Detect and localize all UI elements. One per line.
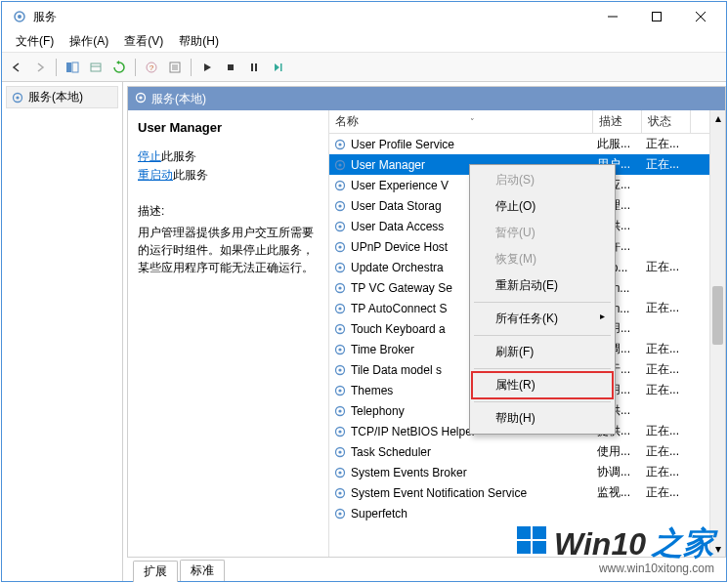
restart-service-button[interactable] [267, 57, 288, 78]
menu-pause[interactable]: 暂停(U) [472, 220, 613, 246]
service-name-label: Telephony [351, 404, 405, 418]
vertical-scrollbar[interactable]: ▴ ▾ [709, 110, 725, 557]
svg-point-33 [338, 225, 341, 228]
column-header-name[interactable]: 名称 ˅ [329, 110, 593, 133]
service-status-cell: 正在... [642, 464, 691, 480]
help-button[interactable]: ? [141, 57, 162, 78]
gear-icon [333, 261, 347, 274]
scroll-down-button[interactable]: ▾ [710, 541, 725, 557]
gear-icon [333, 343, 347, 356]
service-name-label: Update Orchestra [351, 261, 444, 274]
service-status-cell: 正在... [642, 484, 691, 501]
forward-button[interactable] [29, 57, 51, 78]
menu-start[interactable]: 启动(S) [472, 167, 613, 193]
stop-service-link[interactable]: 停止 [138, 149, 161, 163]
service-name-label: User Manager [351, 158, 425, 172]
column-header-status[interactable]: 状态 [642, 110, 691, 133]
close-button[interactable] [678, 3, 722, 31]
gear-icon [333, 486, 347, 500]
menu-resume[interactable]: 恢复(M) [472, 246, 613, 272]
svg-point-31 [338, 204, 341, 207]
minimize-button[interactable] [590, 3, 634, 31]
detail-service-title: User Manager [138, 120, 319, 135]
export-list-button[interactable] [85, 57, 107, 78]
gear-icon [333, 404, 347, 418]
properties-button[interactable] [164, 57, 186, 78]
svg-point-41 [338, 307, 341, 310]
gear-icon [333, 199, 347, 213]
maximize-button[interactable] [634, 3, 678, 31]
gear-icon [134, 91, 148, 107]
svg-point-21 [16, 96, 19, 99]
gear-icon [333, 220, 347, 233]
tab-extended[interactable]: 扩展 [133, 561, 178, 582]
service-status-cell: 正在... [642, 382, 691, 398]
stop-service-button[interactable] [220, 57, 241, 78]
gear-icon [333, 445, 347, 459]
service-name-cell: User Profile Service [329, 138, 593, 151]
service-desc-cell: 监视... [593, 484, 642, 501]
menu-view[interactable]: 查看(V) [116, 31, 171, 52]
menu-help[interactable]: 帮助(H) [171, 31, 227, 52]
menu-refresh[interactable]: 刷新(F) [472, 339, 613, 365]
service-name-label: UPnP Device Host [351, 240, 448, 254]
gear-icon [333, 138, 347, 151]
menu-action[interactable]: 操作(A) [62, 31, 116, 52]
menu-file[interactable]: 文件(F) [8, 31, 62, 52]
service-row[interactable]: Task Scheduler使用...正在... [329, 441, 725, 462]
gear-icon [333, 240, 347, 254]
service-desc-cell: 协调... [593, 464, 642, 480]
service-row[interactable]: Superfetch [329, 503, 725, 523]
menu-restart[interactable]: 重新启动(E) [472, 272, 613, 299]
svg-point-39 [338, 286, 341, 289]
svg-rect-17 [251, 63, 253, 71]
column-header-desc[interactable]: 描述 [593, 110, 642, 133]
service-status-cell: 正在... [642, 156, 691, 173]
list-header: 名称 ˅ 描述 状态 [329, 110, 725, 134]
svg-point-1 [18, 15, 21, 19]
gear-icon [333, 281, 347, 295]
service-status-cell: 正在... [642, 423, 691, 439]
scroll-thumb[interactable] [712, 286, 723, 345]
svg-point-45 [338, 348, 341, 351]
scroll-up-button[interactable]: ▴ [710, 110, 725, 126]
menu-all-tasks[interactable]: 所有任务(K) [472, 306, 613, 332]
svg-rect-7 [72, 62, 78, 72]
start-service-button[interactable] [196, 57, 218, 78]
svg-point-57 [338, 471, 341, 474]
service-row[interactable]: User Profile Service此服...正在... [329, 134, 725, 154]
svg-point-55 [338, 450, 341, 453]
menu-stop[interactable]: 停止(O) [472, 193, 613, 220]
toolbar: ? [2, 53, 726, 82]
svg-point-59 [338, 491, 341, 494]
context-menu: 启动(S) 停止(O) 暂停(U) 恢复(M) 重新启动(E) 所有任务(K) … [469, 164, 616, 435]
gear-icon [11, 91, 24, 104]
pause-service-button[interactable] [243, 57, 265, 78]
gear-icon [333, 302, 347, 315]
back-button[interactable] [6, 57, 27, 78]
service-row[interactable]: System Event Notification Service监视...正在… [329, 482, 725, 503]
menu-properties[interactable]: 属性(R) [472, 372, 613, 398]
tree-root-label: 服务(本地) [28, 89, 83, 105]
menu-help[interactable]: 帮助(H) [472, 405, 613, 432]
tab-strip: 扩展 标准 [127, 558, 726, 581]
tree-root-services[interactable]: 服务(本地) [6, 86, 118, 108]
svg-text:?: ? [150, 63, 154, 72]
window-frame: 服务 文件(F) 操作(A) 查看(V) 帮助(H) ? [1, 1, 727, 582]
panel-header-title: 服务(本地) [151, 91, 206, 107]
tab-standard[interactable]: 标准 [180, 560, 225, 581]
gear-icon [333, 507, 347, 521]
restart-service-link[interactable]: 重启动 [138, 168, 173, 182]
service-desc-cell: 此服... [593, 136, 642, 152]
service-status-cell: 正在... [642, 361, 691, 378]
service-name-label: Themes [351, 384, 393, 397]
service-row[interactable]: System Events Broker协调...正在... [329, 462, 725, 482]
service-name-label: Touch Keyboard a [351, 322, 446, 336]
gear-icon [333, 384, 347, 397]
svg-point-53 [338, 430, 341, 433]
svg-rect-18 [255, 63, 257, 71]
refresh-button[interactable] [108, 57, 130, 78]
svg-point-37 [338, 266, 341, 269]
show-hide-tree-button[interactable] [62, 57, 83, 78]
service-name-label: Tile Data model s [351, 363, 442, 377]
